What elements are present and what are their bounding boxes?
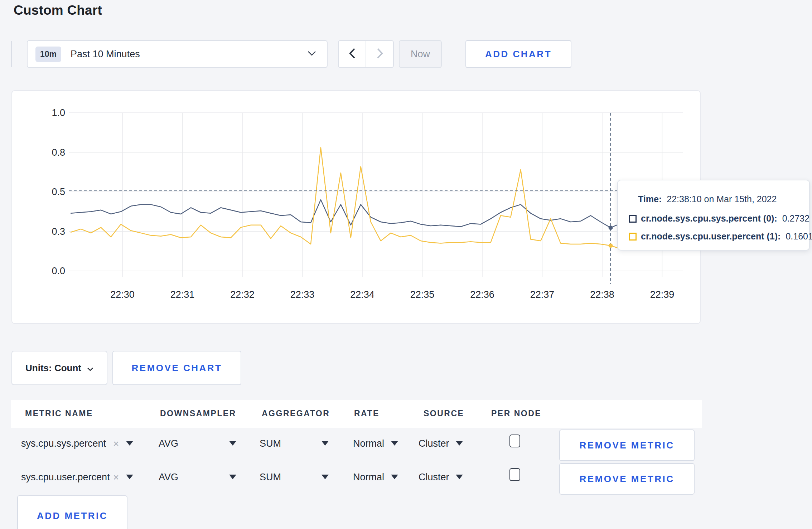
chevron-down-icon [87, 363, 93, 374]
rate-select[interactable]: Normal [353, 438, 384, 449]
units-label: Units: Count [25, 363, 81, 374]
aggregator-select[interactable]: SUM [260, 472, 281, 483]
source-select[interactable]: Cluster [419, 472, 449, 483]
svg-text:22:35: 22:35 [410, 289, 435, 300]
now-button[interactable]: Now [399, 40, 442, 68]
svg-text:22:36: 22:36 [470, 289, 494, 300]
caret-down-icon[interactable] [391, 475, 398, 479]
svg-text:0.0: 0.0 [52, 266, 65, 276]
svg-text:22:37: 22:37 [530, 289, 555, 300]
col-header-metric-name: METRIC NAME [25, 409, 93, 418]
downsampler-select[interactable]: AVG [159, 472, 178, 483]
svg-text:22:38: 22:38 [590, 289, 614, 300]
col-header-aggregator: AGGREGATOR [262, 409, 330, 418]
svg-text:22:30: 22:30 [110, 289, 135, 300]
caret-down-icon[interactable] [126, 475, 133, 479]
svg-text:1.0: 1.0 [52, 107, 65, 118]
downsampler-select[interactable]: AVG [159, 438, 178, 449]
tooltip-series-value: 0.1601 [786, 231, 812, 242]
series-swatch-icon [629, 215, 637, 223]
chart-card: 1.00.80.50.30.022:3022:3122:3222:3322:34… [11, 90, 701, 324]
custom-chart-page: Custom Chart 10m Past 10 Minutes Now ADD… [0, 0, 812, 529]
caret-down-icon[interactable] [229, 441, 236, 446]
page-title: Custom Chart [14, 3, 102, 18]
time-range-label: Past 10 Minutes [71, 49, 140, 60]
caret-down-icon[interactable] [126, 441, 133, 446]
remove-metric-button[interactable]: REMOVE METRIC [559, 429, 695, 461]
svg-text:22:31: 22:31 [170, 289, 195, 300]
svg-text:22:32: 22:32 [230, 289, 255, 300]
col-header-rate: RATE [354, 409, 380, 418]
caret-down-icon[interactable] [456, 475, 463, 479]
remove-chart-button[interactable]: REMOVE CHART [112, 351, 241, 385]
hover-point [609, 243, 613, 248]
next-time-button[interactable] [366, 41, 393, 67]
tooltip-time-value: 22:38:10 on Mar 15th, 2022 [667, 194, 777, 204]
hover-point [609, 225, 613, 230]
remove-metric-button[interactable]: REMOVE METRIC [559, 463, 695, 495]
rate-select[interactable]: Normal [353, 472, 384, 483]
source-select[interactable]: Cluster [419, 438, 449, 449]
series-line [71, 200, 671, 228]
chart-tooltip: Time: 22:38:10 on Mar 15th, 2022 cr.node… [617, 180, 810, 251]
time-nav-group [338, 40, 394, 68]
col-header-downsampler: DOWNSAMPLER [160, 409, 236, 418]
svg-text:0.3: 0.3 [52, 226, 65, 237]
tooltip-time-label: Time: [638, 194, 662, 204]
timeseries-chart[interactable]: 1.00.80.50.30.022:3022:3122:3222:3322:34… [12, 91, 701, 325]
tooltip-series-value: 0.2732 [782, 213, 809, 224]
add-metric-button[interactable]: ADD METRIC [17, 495, 127, 529]
time-range-picker[interactable]: 10m Past 10 Minutes [27, 40, 328, 68]
caret-down-icon[interactable] [322, 475, 329, 479]
caret-down-icon[interactable] [391, 441, 398, 446]
svg-text:22:34: 22:34 [350, 289, 374, 300]
metric-name-value[interactable]: sys.cpu.sys.percent [21, 438, 106, 449]
col-header-per-node: PER NODE [491, 409, 541, 418]
add-chart-button[interactable]: ADD CHART [465, 40, 571, 68]
tooltip-series-name: cr.node.sys.cpu.user.percent (1): [641, 231, 780, 242]
close-icon[interactable]: × [113, 472, 119, 483]
per-node-checkbox[interactable] [509, 468, 520, 481]
close-icon[interactable]: × [113, 438, 119, 450]
chevron-down-icon [308, 51, 316, 57]
col-header-source: SOURCE [424, 409, 464, 418]
metric-row: sys.cpu.sys.percent × AVG SUM Normal Clu… [0, 429, 812, 462]
svg-text:0.8: 0.8 [52, 147, 65, 158]
caret-down-icon[interactable] [456, 441, 463, 446]
series-line [71, 147, 671, 249]
toolbar-divider [11, 41, 12, 67]
metric-table-header: METRIC NAME DOWNSAMPLER AGGREGATOR RATE … [11, 400, 702, 428]
chevron-right-icon [377, 48, 383, 60]
prev-time-button[interactable] [339, 41, 366, 67]
aggregator-select[interactable]: SUM [260, 438, 281, 449]
per-node-checkbox[interactable] [509, 435, 520, 447]
caret-down-icon[interactable] [229, 475, 236, 479]
time-range-badge: 10m [35, 47, 61, 62]
svg-text:0.5: 0.5 [52, 186, 65, 197]
series-swatch-icon [629, 233, 637, 241]
metric-name-value[interactable]: sys.cpu.user.percent [21, 472, 110, 483]
tooltip-series-name: cr.node.sys.cpu.sys.percent (0): [641, 213, 777, 224]
metric-row: sys.cpu.user.percent × AVG SUM Normal Cl… [0, 462, 812, 495]
svg-text:22:39: 22:39 [650, 289, 675, 300]
svg-text:22:33: 22:33 [290, 289, 315, 300]
units-dropdown[interactable]: Units: Count [11, 351, 107, 385]
caret-down-icon[interactable] [322, 441, 329, 446]
chevron-left-icon [349, 48, 356, 60]
